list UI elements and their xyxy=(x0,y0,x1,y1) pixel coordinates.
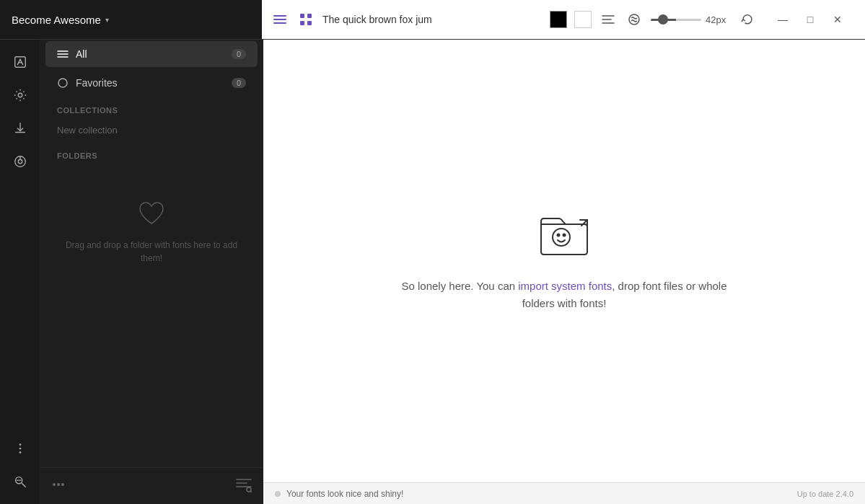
minimize-button[interactable]: — xyxy=(770,6,796,32)
sidebar-panel: All 0 Favorites 0 COLLECTIONS New collec… xyxy=(40,40,263,504)
chevron-icon: ▾ xyxy=(105,16,109,24)
window-controls: — □ ✕ xyxy=(764,0,856,39)
favorites-label: Favorites xyxy=(76,77,224,89)
close-button[interactable]: ✕ xyxy=(825,6,851,32)
title-bar: Become Awesome ▾ xyxy=(0,0,865,40)
svg-line-20 xyxy=(21,483,25,487)
heart-icon xyxy=(137,199,166,230)
sidebar-bottom xyxy=(40,467,263,504)
svg-point-14 xyxy=(18,159,22,163)
status-bar: Your fonts look nice and shiny! Up to da… xyxy=(263,482,865,504)
import-link[interactable]: import system fonts xyxy=(518,280,612,292)
sidebar-icons-bottom xyxy=(6,435,34,495)
svg-point-12 xyxy=(18,93,22,97)
sidebar-icon-download[interactable] xyxy=(6,115,34,142)
status-version: Up to date 2.4.0 xyxy=(797,490,853,498)
empty-text-before-link: So lonely here. You can xyxy=(401,280,518,292)
sidebar-item-all[interactable]: All 0 xyxy=(45,41,258,67)
svg-rect-6 xyxy=(307,21,312,25)
sidebar-item-favorites[interactable]: Favorites 0 xyxy=(45,70,258,96)
script-icon[interactable] xyxy=(625,10,644,29)
svg-rect-5 xyxy=(300,21,304,25)
svg-point-26 xyxy=(53,483,56,486)
content-area: So lonely here. You can import system fo… xyxy=(263,40,865,504)
sidebar-icon-notifications[interactable] xyxy=(6,148,34,175)
sidebar-icon-fonts[interactable] xyxy=(6,48,34,76)
all-count: 0 xyxy=(232,49,246,59)
favorites-icon xyxy=(57,77,69,89)
sidebar-icon-search[interactable] xyxy=(6,468,34,495)
svg-point-35 xyxy=(553,229,570,246)
drag-drop-area: Drag and drop a folder with fonts here t… xyxy=(40,177,263,286)
folders-header: FOLDERS xyxy=(40,143,263,163)
svg-point-37 xyxy=(563,234,566,236)
new-collection-label: New collection xyxy=(57,125,118,136)
status-left: Your fonts look nice and shiny! xyxy=(275,489,403,499)
svg-point-18 xyxy=(19,451,21,454)
empty-folder-icon xyxy=(535,210,593,263)
grid-icon[interactable] xyxy=(297,10,315,29)
align-left-icon[interactable] xyxy=(599,10,618,29)
more-options-button[interactable] xyxy=(51,477,66,495)
svg-point-17 xyxy=(19,448,21,450)
sidebar-icons xyxy=(0,40,40,504)
app-title-area: Become Awesome ▾ xyxy=(0,14,262,26)
collections-header: COLLECTIONS xyxy=(40,97,263,118)
favorites-count: 0 xyxy=(232,78,246,88)
svg-point-36 xyxy=(558,234,560,236)
svg-point-10 xyxy=(629,14,639,25)
color-swatch-white[interactable] xyxy=(574,11,592,28)
svg-line-33 xyxy=(250,491,252,492)
all-label: All xyxy=(76,48,224,60)
svg-point-27 xyxy=(57,483,60,486)
drag-drop-text: Drag and drop a folder with fonts here t… xyxy=(54,239,249,265)
color-swatch-black[interactable] xyxy=(550,11,567,28)
status-message: Your fonts look nice and shiny! xyxy=(286,489,403,499)
svg-rect-4 xyxy=(307,14,312,18)
svg-point-16 xyxy=(19,443,21,446)
sidebar-icon-more[interactable] xyxy=(6,435,34,462)
empty-state: So lonely here. You can import system fo… xyxy=(263,40,865,482)
svg-rect-3 xyxy=(300,14,304,18)
toolbar: 42px — □ ✕ xyxy=(262,0,865,39)
svg-point-25 xyxy=(58,79,67,87)
new-collection-button[interactable]: New collection xyxy=(40,118,263,143)
search-filter-button[interactable] xyxy=(236,477,252,495)
size-slider-area: 42px xyxy=(651,14,731,25)
status-dot xyxy=(275,491,281,497)
size-slider[interactable] xyxy=(651,19,701,21)
sidebar-icon-settings[interactable] xyxy=(6,81,34,109)
size-label: 42px xyxy=(706,14,731,25)
menu-icon[interactable] xyxy=(271,10,289,29)
maximize-button[interactable]: □ xyxy=(797,6,823,32)
reset-icon[interactable] xyxy=(738,10,757,29)
main-layout: All 0 Favorites 0 COLLECTIONS New collec… xyxy=(0,40,865,504)
list-icon xyxy=(57,48,69,60)
app-title-text: Become Awesome xyxy=(12,14,101,26)
app-title-button[interactable]: Become Awesome ▾ xyxy=(12,14,109,26)
empty-state-text: So lonely here. You can import system fo… xyxy=(384,278,745,312)
preview-text-input[interactable] xyxy=(322,14,543,25)
svg-point-28 xyxy=(61,483,64,486)
